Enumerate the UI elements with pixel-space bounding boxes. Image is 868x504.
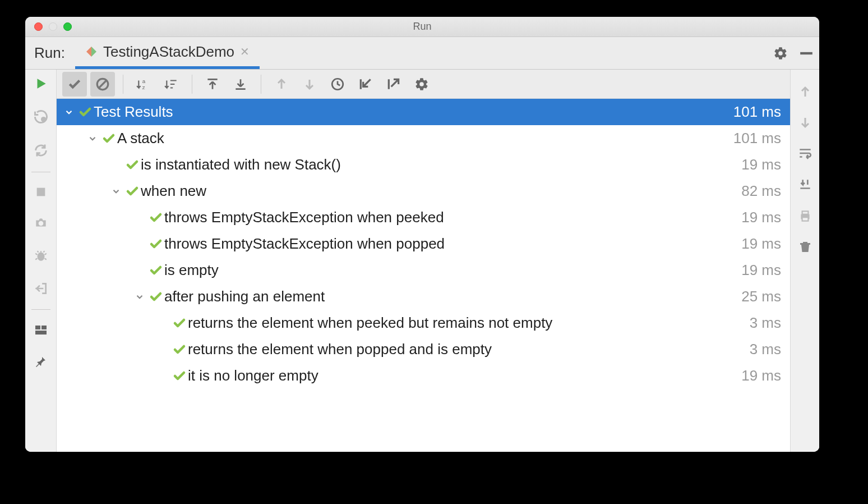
run-config-tab[interactable]: TestingAStackDemo ✕ bbox=[75, 37, 260, 69]
test-duration: 25 ms bbox=[741, 288, 781, 305]
svg-point-4 bbox=[37, 253, 44, 261]
debug-icon[interactable] bbox=[34, 249, 48, 263]
run-icon[interactable] bbox=[34, 76, 48, 91]
sort-duration-button[interactable] bbox=[159, 72, 184, 97]
test-pass-icon bbox=[171, 317, 188, 330]
scroll-up-icon[interactable] bbox=[798, 85, 812, 99]
svg-rect-6 bbox=[41, 326, 47, 329]
test-pass-icon bbox=[147, 237, 164, 251]
dump-threads-icon[interactable] bbox=[34, 216, 48, 231]
test-row[interactable]: throws EmptyStackException when peeked19… bbox=[57, 204, 790, 231]
sort-alpha-button[interactable]: az bbox=[131, 72, 156, 97]
scroll-down-icon[interactable] bbox=[798, 116, 812, 129]
collapse-all-button[interactable] bbox=[228, 72, 253, 97]
window-close-button[interactable] bbox=[34, 22, 43, 31]
right-sidebar bbox=[790, 70, 819, 452]
chevron-down-icon[interactable] bbox=[61, 107, 77, 117]
run-label: Run: bbox=[31, 44, 68, 62]
test-label: throws EmptyStackException when peeked bbox=[164, 209, 444, 226]
chevron-down-icon[interactable] bbox=[108, 186, 124, 196]
next-failed-button[interactable] bbox=[297, 72, 322, 97]
print-icon[interactable] bbox=[798, 209, 812, 223]
import-tests-button[interactable] bbox=[353, 72, 378, 97]
test-duration: 3 ms bbox=[750, 314, 781, 332]
titlebar: Run bbox=[25, 17, 819, 37]
tabbar: Run: TestingAStackDemo ✕ bbox=[25, 37, 819, 70]
test-history-button[interactable] bbox=[325, 72, 350, 97]
test-row[interactable]: returns the element when popped and is e… bbox=[57, 336, 790, 363]
window-title: Run bbox=[25, 21, 819, 33]
test-pass-icon bbox=[147, 290, 164, 304]
svg-text:z: z bbox=[142, 84, 145, 90]
test-duration: 101 ms bbox=[733, 103, 781, 121]
traffic-lights bbox=[25, 22, 72, 31]
test-duration: 19 ms bbox=[741, 367, 781, 384]
window-minimize-button[interactable] bbox=[49, 22, 57, 31]
test-row[interactable]: A stack101 ms bbox=[57, 125, 790, 152]
svg-rect-0 bbox=[800, 52, 812, 54]
clear-icon[interactable] bbox=[798, 240, 812, 254]
settings-icon[interactable] bbox=[773, 46, 788, 61]
prev-failed-button[interactable] bbox=[269, 72, 294, 97]
window-zoom-button[interactable] bbox=[63, 22, 72, 31]
test-duration: 3 ms bbox=[750, 341, 781, 358]
test-pass-icon bbox=[147, 264, 164, 277]
test-pass-icon bbox=[77, 106, 94, 119]
tab-close-icon[interactable]: ✕ bbox=[240, 45, 250, 58]
test-pass-icon bbox=[171, 343, 188, 356]
left-sidebar bbox=[25, 70, 57, 452]
scroll-to-end-icon[interactable] bbox=[798, 177, 812, 192]
content-area: az Test Results101 msA stack101 msis ins… bbox=[57, 70, 790, 452]
test-label: A stack bbox=[117, 130, 164, 147]
run-config-icon bbox=[85, 45, 98, 58]
test-row[interactable]: after pushing an element25 ms bbox=[57, 283, 790, 310]
test-row[interactable]: is instantiated with new Stack()19 ms bbox=[57, 152, 790, 178]
test-row[interactable]: when new82 ms bbox=[57, 178, 790, 204]
test-label: is empty bbox=[164, 262, 219, 279]
svg-rect-7 bbox=[35, 331, 47, 335]
expand-all-button[interactable] bbox=[200, 72, 225, 97]
toggle-auto-test-icon[interactable] bbox=[33, 143, 49, 158]
test-row[interactable]: it is no longer empty19 ms bbox=[57, 363, 790, 389]
test-duration: 82 ms bbox=[741, 182, 781, 200]
test-row[interactable]: throws EmptyStackException when popped19… bbox=[57, 231, 790, 257]
svg-rect-5 bbox=[35, 326, 40, 329]
pin-icon[interactable] bbox=[34, 355, 48, 368]
test-label: returns the element when peeked but rema… bbox=[188, 314, 552, 332]
soft-wrap-icon[interactable] bbox=[798, 146, 812, 161]
test-label: is instantiated with new Stack() bbox=[141, 156, 341, 173]
test-row[interactable]: Test Results101 ms bbox=[57, 99, 790, 125]
test-duration: 19 ms bbox=[741, 235, 781, 253]
test-label: after pushing an element bbox=[164, 288, 325, 305]
svg-rect-2 bbox=[36, 188, 45, 196]
test-label: it is no longer empty bbox=[188, 367, 318, 384]
export-tests-button[interactable] bbox=[381, 72, 406, 97]
svg-rect-13 bbox=[802, 211, 808, 214]
main-area: az Test Results101 msA stack101 msis ins… bbox=[25, 70, 819, 452]
minimize-panel-icon[interactable] bbox=[799, 46, 814, 61]
run-window: Run Run: TestingAStackDemo ✕ bbox=[25, 17, 819, 452]
test-duration: 19 ms bbox=[741, 262, 781, 279]
show-ignored-button[interactable] bbox=[90, 72, 115, 97]
show-passed-button[interactable] bbox=[62, 72, 87, 97]
stop-icon[interactable] bbox=[35, 186, 47, 198]
rerun-failed-icon[interactable] bbox=[33, 109, 49, 125]
test-pass-icon bbox=[147, 211, 164, 224]
tab-name: TestingAStackDemo bbox=[103, 43, 234, 61]
test-pass-icon bbox=[171, 369, 188, 383]
chevron-down-icon[interactable] bbox=[85, 134, 100, 144]
test-duration: 19 ms bbox=[741, 156, 781, 173]
test-toolbar: az bbox=[57, 70, 790, 99]
test-row[interactable]: returns the element when peeked but rema… bbox=[57, 310, 790, 336]
test-label: returns the element when popped and is e… bbox=[188, 341, 492, 358]
svg-rect-14 bbox=[802, 217, 808, 221]
test-row[interactable]: is empty19 ms bbox=[57, 257, 790, 283]
test-tree[interactable]: Test Results101 msA stack101 msis instan… bbox=[57, 99, 790, 452]
test-pass-icon bbox=[100, 132, 117, 145]
test-settings-button[interactable] bbox=[409, 72, 434, 97]
layout-icon[interactable] bbox=[34, 323, 48, 337]
test-duration: 19 ms bbox=[741, 209, 781, 226]
exit-icon[interactable] bbox=[34, 281, 48, 296]
chevron-down-icon[interactable] bbox=[132, 292, 147, 302]
svg-text:a: a bbox=[142, 77, 146, 84]
